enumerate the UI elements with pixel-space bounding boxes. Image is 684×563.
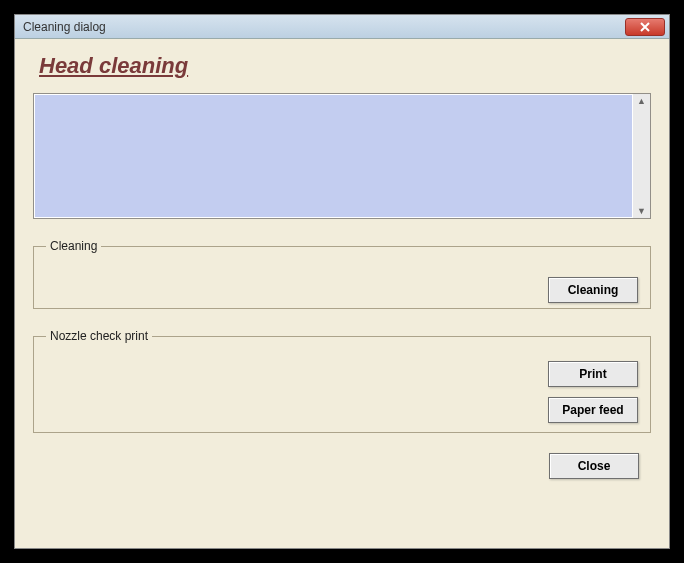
cleaning-button[interactable]: Cleaning bbox=[548, 277, 638, 303]
nozzle-group: Nozzle check print Print Paper feed bbox=[33, 329, 651, 433]
close-button[interactable]: Close bbox=[549, 453, 639, 479]
titlebar: Cleaning dialog bbox=[15, 15, 669, 39]
log-area: ▲ ▼ bbox=[33, 93, 651, 219]
nozzle-legend: Nozzle check print bbox=[46, 329, 152, 343]
dialog-content: Head cleaning ▲ ▼ Cleaning Cleaning Nozz… bbox=[15, 39, 669, 548]
scroll-down-icon[interactable]: ▼ bbox=[637, 206, 646, 216]
scroll-up-icon[interactable]: ▲ bbox=[637, 96, 646, 106]
log-textarea[interactable] bbox=[35, 95, 632, 217]
cleaning-legend: Cleaning bbox=[46, 239, 101, 253]
close-icon[interactable] bbox=[625, 18, 665, 36]
print-button[interactable]: Print bbox=[548, 361, 638, 387]
cleaning-group: Cleaning Cleaning bbox=[33, 239, 651, 309]
dialog-window: Cleaning dialog Head cleaning ▲ ▼ Cleani… bbox=[14, 14, 670, 549]
window-title: Cleaning dialog bbox=[23, 20, 625, 34]
scrollbar[interactable]: ▲ ▼ bbox=[633, 94, 650, 218]
page-title: Head cleaning bbox=[39, 53, 651, 79]
paper-feed-button[interactable]: Paper feed bbox=[548, 397, 638, 423]
